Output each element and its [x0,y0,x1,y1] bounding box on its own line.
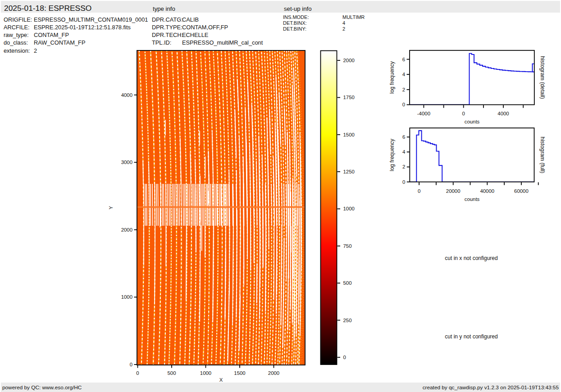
svg-text:2000: 2000 [343,58,355,63]
svg-text:cut in x not configured: cut in x not configured [445,255,497,261]
svg-text:2: 2 [402,164,405,169]
svg-text:histogram (detail): histogram (detail) [539,56,546,99]
svg-text:20000: 20000 [446,188,461,194]
svg-text:0: 0 [418,188,420,194]
svg-text:4: 4 [402,149,405,155]
svg-text:40000: 40000 [480,188,494,194]
svg-text:500: 500 [167,370,176,376]
svg-text:750: 750 [343,243,352,249]
svg-text:250: 250 [343,318,352,323]
svg-text:1500: 1500 [234,370,245,376]
svg-text:4000: 4000 [121,92,132,98]
svg-text:1000: 1000 [343,206,355,211]
svg-text:2000: 2000 [121,227,132,232]
svg-text:0: 0 [402,179,405,185]
svg-text:counts: counts [465,119,480,124]
svg-text:0: 0 [402,102,405,107]
svg-text:500: 500 [343,280,352,286]
svg-text:2000: 2000 [268,370,279,376]
svg-text:counts: counts [465,196,480,202]
svg-text:2: 2 [402,87,405,92]
svg-text:log frequency: log frequency [389,61,395,94]
svg-text:6: 6 [402,134,405,140]
svg-text:1250: 1250 [343,169,355,174]
svg-text:1500: 1500 [343,132,355,137]
svg-text:1000: 1000 [200,370,211,376]
svg-text:cut in y not configured: cut in y not configured [445,333,497,340]
svg-text:1750: 1750 [343,95,355,100]
svg-text:4000: 4000 [497,111,509,116]
svg-text:-4000: -4000 [417,111,430,116]
svg-text:0: 0 [136,370,139,376]
svg-text:4: 4 [402,72,405,77]
svg-text:log frequency: log frequency [389,139,395,171]
svg-text:0: 0 [462,111,465,116]
svg-text:0: 0 [130,362,132,367]
svg-text:Y: Y [108,206,114,210]
svg-text:3000: 3000 [121,160,132,165]
svg-text:1000: 1000 [121,294,132,300]
svg-text:0: 0 [343,355,346,360]
svg-text:60000: 60000 [514,188,529,194]
svg-text:6: 6 [402,57,405,62]
svg-text:X: X [219,377,223,383]
svg-text:histogram (full): histogram (full) [539,137,546,173]
